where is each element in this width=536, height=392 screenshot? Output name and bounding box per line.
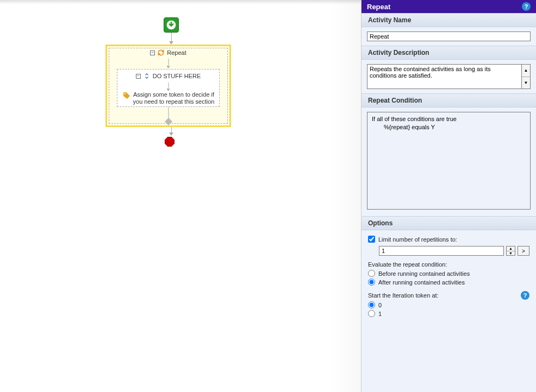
assign-label: Assign some token to decide if you need … [133, 91, 215, 105]
limit-go-button[interactable]: > [518, 246, 529, 256]
svg-point-1 [124, 93, 125, 94]
start-node[interactable] [164, 17, 179, 33]
section-activity-name: Activity Name [362, 13, 536, 27]
limit-spinner[interactable]: ▲ ▼ [506, 246, 515, 256]
repeat-node-header: − Repeat [107, 48, 229, 58]
inner-activity-node[interactable]: − DO STUFF HERE Assign some token to dec… [117, 69, 220, 107]
workflow-canvas[interactable]: − Repeat − DO STUFF HERE [0, 0, 362, 392]
properties-panel: Repeat ? Activity Name Activity Descript… [362, 0, 536, 392]
flow-arrow [171, 33, 172, 45]
spinner-down-icon[interactable]: ▼ [507, 251, 515, 256]
flow-arrow [168, 59, 169, 65]
scroll-up-icon[interactable]: ▲ [522, 65, 530, 77]
activity-name-input[interactable] [367, 31, 531, 41]
limit-checkbox[interactable] [368, 236, 375, 243]
canvas-right-shadow [328, 0, 361, 392]
help-icon[interactable]: ? [522, 2, 531, 11]
arrow-down-circle-icon [166, 20, 177, 30]
repeat-activity-node[interactable]: − Repeat − DO STUFF HERE [105, 45, 231, 127]
limit-label[interactable]: Limit number of repetitions to: [378, 236, 457, 243]
condition-editor[interactable]: If all of these conditions are true %{re… [367, 112, 531, 210]
panel-title-bar: Repeat ? [362, 0, 536, 13]
iter-0-label[interactable]: 0 [378, 302, 382, 308]
limit-value-input[interactable] [379, 246, 504, 256]
assign-activity[interactable]: Assign some token to decide if you need … [117, 91, 219, 105]
section-activity-description: Activity Description [362, 46, 536, 60]
section-options: Options [362, 216, 536, 230]
updown-icon [143, 73, 151, 79]
repeat-node-label: Repeat [167, 49, 186, 56]
activity-description-input[interactable] [367, 64, 521, 89]
panel-title: Repeat [367, 3, 390, 11]
help-icon[interactable]: ? [521, 291, 529, 300]
iter-1-radio[interactable] [368, 310, 375, 317]
end-node[interactable] [164, 136, 175, 147]
flow-arrow [168, 83, 169, 88]
eval-before-label[interactable]: Before running contained activities [378, 270, 470, 277]
eval-after-radio[interactable] [368, 279, 375, 286]
tag-icon [122, 91, 131, 100]
eval-before-radio[interactable] [368, 270, 375, 277]
iter-0-radio[interactable] [368, 301, 375, 308]
section-repeat-condition: Repeat Condition [362, 93, 536, 108]
eval-after-label[interactable]: After running contained activities [378, 279, 465, 286]
description-scroll[interactable]: ▲ ▼ [521, 64, 531, 89]
evaluate-label: Evaluate the repeat condition: [368, 261, 529, 268]
condition-header: If all of these conditions are true [372, 116, 526, 122]
repeat-icon [157, 49, 165, 56]
condition-rule[interactable]: %{repeat} equals Y [372, 124, 526, 130]
assign-line2: you need to repeat this section [133, 98, 215, 105]
flow-arrow [171, 127, 172, 136]
assign-line1: Assign some token to decide if [133, 91, 215, 98]
collapse-icon[interactable]: − [136, 74, 141, 79]
canvas-shadow [0, 0, 361, 4]
collapse-icon[interactable]: − [150, 50, 155, 55]
spinner-up-icon[interactable]: ▲ [507, 246, 515, 251]
inner-node-label: DO STUFF HERE [153, 73, 201, 79]
iteration-label: Start the Iteration token at: [368, 292, 439, 299]
scroll-down-icon[interactable]: ▼ [522, 77, 530, 89]
iter-1-label[interactable]: 1 [378, 311, 382, 317]
